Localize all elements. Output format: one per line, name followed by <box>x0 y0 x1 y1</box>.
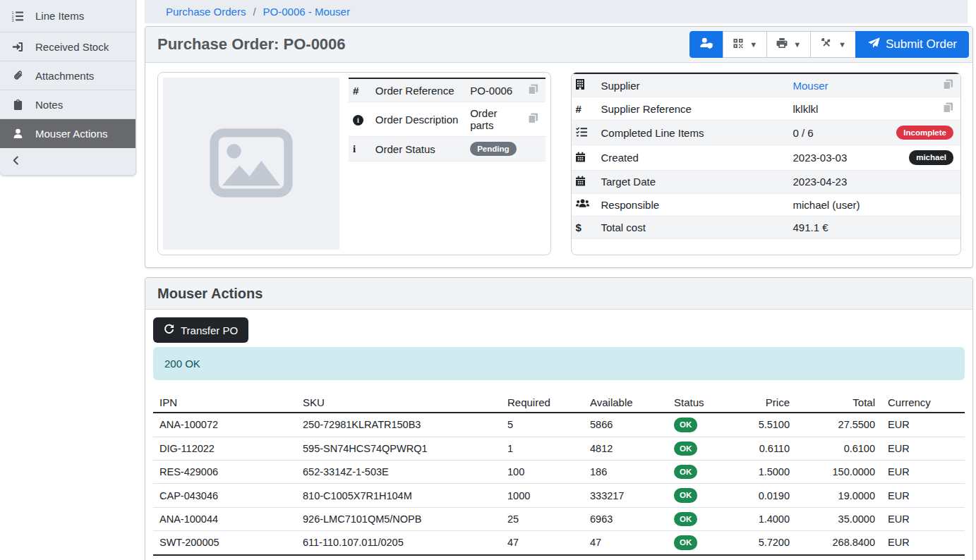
line-items-table: IPN SKU Required Available Status Price … <box>153 393 965 560</box>
supplier-label: Supplier <box>596 73 788 97</box>
user-shield-icon <box>699 37 713 51</box>
calendar-icon <box>576 152 585 164</box>
cell-sku: 595-SN74HCS74QPWRQ1 <box>296 437 501 460</box>
hash-icon: # <box>576 103 582 115</box>
copy-icon[interactable] <box>943 102 953 115</box>
target-date-label: Target Date <box>596 170 788 193</box>
target-date-row: Target Date 2023-04-23 <box>572 170 961 193</box>
order-description-label: Order Description <box>370 102 464 137</box>
breadcrumb-link-po[interactable]: PO-0006 - Mouser <box>263 6 350 18</box>
cell-price: 0.6110 <box>742 437 796 460</box>
sidebar-item-label: Notes <box>35 99 63 111</box>
sidebar-item-received-stock[interactable]: Received Stock <box>0 32 135 61</box>
empty-row <box>572 238 961 255</box>
breadcrumb-separator: / <box>253 6 255 18</box>
status-badge: OK <box>674 465 697 479</box>
order-reference-row: # Order Reference PO-0006 <box>349 78 546 102</box>
footer-total-value: 501.0000 <box>796 555 881 560</box>
order-description-value: Order parts <box>464 102 522 137</box>
cell-ipn: RES-429006 <box>153 461 296 484</box>
caret-down-icon: ▼ <box>793 40 801 49</box>
order-description-row: i Order Description Order parts <box>349 102 546 137</box>
cell-ipn: DIG-112022 <box>153 437 296 460</box>
order-status-badge: Pending <box>470 142 516 156</box>
order-details-card: # Order Reference PO-0006 i Order Descri… <box>157 72 551 255</box>
footer-total-label: Total <box>153 555 296 560</box>
submit-order-label: Submit Order <box>886 37 957 51</box>
qr-code-icon <box>733 38 744 51</box>
sidebar-item-attachments[interactable]: Attachments <box>0 61 135 90</box>
refresh-icon <box>164 324 174 336</box>
status-badge: OK <box>674 488 697 502</box>
cell-available: 186 <box>584 461 668 484</box>
breadcrumb-link-purchase-orders[interactable]: Purchase Orders <box>166 6 246 18</box>
purchase-order-panel: Purchase Order: PO-0006 ▼ <box>145 26 973 268</box>
info-icon: i <box>353 143 356 154</box>
cell-available: 333217 <box>584 484 668 507</box>
col-ipn: IPN <box>153 393 296 413</box>
supplier-details-card: Supplier Mouser # Supplier Reference lkl… <box>571 72 962 255</box>
chevron-left-icon <box>12 155 20 168</box>
dollar-icon: $ <box>576 221 582 233</box>
admin-user-button[interactable] <box>689 31 723 58</box>
order-actions-button[interactable]: ▼ <box>810 31 856 58</box>
order-status-label: Order Status <box>370 137 464 162</box>
cell-available: 4812 <box>584 437 668 460</box>
cell-ipn: CAP-043046 <box>153 484 296 507</box>
svg-text:3: 3 <box>12 18 14 22</box>
submit-order-button[interactable]: Submit Order <box>855 31 969 58</box>
cell-total: 19.0000 <box>796 484 881 507</box>
sidebar: 123 Line Items Received Stock Attachment… <box>0 0 136 176</box>
order-image-placeholder[interactable] <box>163 78 339 250</box>
paper-plane-icon <box>867 37 880 52</box>
cell-sku: 611-110.107.011/0205 <box>296 531 501 555</box>
header-button-group: ▼ ▼ ▼ Submi <box>689 31 969 58</box>
status-alert: 200 OK <box>153 347 965 380</box>
sidebar-collapse-button[interactable] <box>0 148 135 175</box>
cell-required: 5 <box>501 413 584 437</box>
supplier-row: Supplier Mouser <box>572 73 961 97</box>
list-ol-icon: 123 <box>11 11 25 22</box>
barcode-actions-button[interactable]: ▼ <box>723 31 767 58</box>
supplier-reference-row: # Supplier Reference lklklkl <box>572 97 961 121</box>
copy-icon[interactable] <box>528 113 538 126</box>
status-badge: OK <box>674 418 697 432</box>
cell-required: 25 <box>501 507 584 530</box>
table-row: RES-429006 652-3314Z-1-503E 100 186 OK 1… <box>153 461 965 484</box>
cell-total: 0.6100 <box>796 437 881 460</box>
cell-currency: EUR <box>881 413 965 437</box>
cell-sku: 810-C1005X7R1H104M <box>296 484 501 507</box>
status-badge: OK <box>674 535 697 549</box>
supplier-link[interactable]: Mouser <box>793 80 829 92</box>
completed-line-items-label: Completed Line Items <box>596 121 788 145</box>
cell-price: 1.4000 <box>742 507 796 530</box>
sidebar-item-line-items[interactable]: 123 Line Items <box>0 0 135 32</box>
sidebar-item-mouser-actions[interactable]: Mouser Actions <box>0 119 135 148</box>
copy-icon[interactable] <box>528 84 538 97</box>
order-status-row: i Order Status Pending <box>349 137 546 162</box>
sidebar-item-label: Attachments <box>35 70 94 82</box>
cell-sku: 652-3314Z-1-503E <box>296 461 501 484</box>
table-row: SWT-200005 611-110.107.011/0205 47 47 OK… <box>153 531 965 555</box>
print-actions-button[interactable]: ▼ <box>766 31 811 58</box>
table-row: ANA-100072 250-72981KLRATR150B3 5 5866 O… <box>153 413 965 437</box>
transfer-po-button[interactable]: Transfer PO <box>153 317 248 343</box>
completed-line-items-value: 0 / 6 <box>788 121 879 145</box>
col-total: Total <box>796 393 881 413</box>
sign-in-icon <box>11 42 25 52</box>
cell-ipn: SWT-200005 <box>153 531 296 555</box>
col-currency: Currency <box>881 393 965 413</box>
copy-icon[interactable] <box>943 79 953 92</box>
breadcrumb: Purchase Orders / PO-0006 - Mouser <box>145 0 968 23</box>
mouser-actions-panel-body: Transfer PO 200 OK IPN SKU Required Avai… <box>145 310 972 560</box>
created-row: Created 2023-03-03 michael <box>572 145 961 170</box>
cell-sku: 250-72981KLRATR150B3 <box>296 413 501 437</box>
cell-total: 268.8400 <box>796 531 881 555</box>
users-icon <box>576 199 589 211</box>
cell-currency: EUR <box>881 461 965 484</box>
col-status: Status <box>668 393 742 413</box>
main-content: Purchase Orders / PO-0006 - Mouser Purch… <box>145 0 973 560</box>
sidebar-item-label: Received Stock <box>35 41 109 53</box>
total-cost-value: 491.1 € <box>788 216 879 238</box>
sidebar-item-notes[interactable]: Notes <box>0 90 135 119</box>
